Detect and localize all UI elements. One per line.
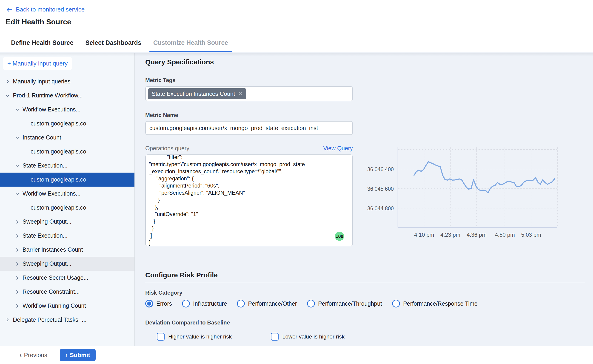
tab-bar: Define Health Source Select Dashboards C…	[0, 33, 593, 52]
back-link[interactable]: Back to monitored service	[16, 6, 85, 13]
chevron-right-icon	[15, 289, 20, 294]
tree-item-label: Sweeping Output...	[23, 218, 72, 225]
chevron-down-icon	[15, 163, 20, 168]
tree-item-label: State Execution...	[23, 232, 68, 239]
tree-item[interactable]: custom.googleapis.co	[0, 144, 134, 159]
tree-item[interactable]: Manually input queries	[0, 74, 134, 89]
tree-item[interactable]: Workflow Executions...	[0, 187, 134, 201]
checkbox-icon	[157, 333, 165, 341]
chevron-left-icon: ‹	[20, 352, 22, 358]
chevron-right-icon: ›	[65, 352, 67, 358]
checkbox-lower-value[interactable]: Lower value is higher risk	[271, 333, 345, 341]
tree-item-label: Workflow Executions...	[23, 190, 80, 197]
metric-name-label: Metric Name	[145, 112, 585, 118]
chevron-right-icon	[15, 219, 20, 224]
sidebar-tree: Manually input queriesProd-1 Runtime Wor…	[0, 74, 134, 327]
chevron-right-icon	[5, 79, 10, 84]
tree-item[interactable]: Prod-1 Runtime Workflow...	[0, 89, 134, 103]
radio-infrastructure[interactable]: Infrastructure	[182, 300, 227, 307]
header: Back to monitored service Edit Health So…	[0, 0, 593, 33]
tree-item-label: Instance Count	[23, 134, 61, 141]
section-divider	[145, 283, 585, 283]
view-query-link[interactable]: View Query	[323, 145, 353, 152]
chevron-right-icon	[15, 275, 20, 280]
svg-text:4:36 pm: 4:36 pm	[467, 232, 487, 238]
tree-item[interactable]: Sweeping Output...	[0, 215, 134, 229]
radio-icon	[392, 300, 400, 307]
metric-tag-chip-label: State Execution Instances Count	[152, 91, 235, 97]
svg-text:36 046 400: 36 046 400	[367, 166, 394, 172]
risk-category-label: Risk Category	[145, 290, 585, 296]
radio-icon	[307, 300, 315, 307]
tree-item-label: custom.googleapis.co	[31, 120, 87, 127]
edit-health-source-page: Back to monitored service Edit Health So…	[0, 0, 593, 364]
sidebar: + Manually input query Manually input qu…	[0, 53, 135, 346]
previous-button[interactable]: ‹ Previous	[20, 351, 47, 359]
page-title: Edit Health Source	[0, 13, 593, 26]
back-arrow-icon[interactable]	[6, 6, 13, 13]
tree-item-label: Manually input queries	[13, 78, 70, 85]
tab-customize-health-source[interactable]: Customize Health Source	[153, 33, 228, 52]
tree-item-label: Sweeping Output...	[23, 260, 72, 267]
tree-item[interactable]: Workflow Executions...	[0, 103, 134, 117]
radio-icon	[237, 300, 245, 307]
risk-category-radio-group: Errors Infrastructure Performance/Other …	[145, 300, 585, 307]
chevron-right-icon	[15, 303, 20, 308]
tree-item[interactable]: State Execution...	[0, 159, 134, 173]
tab-select-dashboards[interactable]: Select Dashboards	[85, 33, 141, 52]
metric-tag-chip: State Execution Instances Count ✕	[148, 88, 246, 99]
tree-item[interactable]: Instance Count	[0, 130, 134, 144]
tree-item-label: Resource Constraint...	[23, 288, 80, 295]
chevron-right-icon	[5, 317, 10, 322]
chevron-right-icon	[15, 233, 20, 238]
svg-text:36 045 600: 36 045 600	[367, 186, 394, 192]
chevron-down-icon	[5, 93, 10, 98]
radio-performance-other[interactable]: Performance/Other	[237, 300, 297, 307]
footer: ‹ Previous › Submit	[0, 346, 593, 364]
tree-item[interactable]: custom.googleapis.co	[0, 173, 134, 187]
records-count-badge: 100	[335, 232, 344, 241]
tree-item[interactable]: custom.googleapis.co	[0, 117, 134, 130]
checkbox-icon	[271, 333, 279, 341]
tree-item[interactable]: Resource Constraint...	[0, 285, 134, 299]
operations-query-label: Operations query	[145, 145, 189, 152]
chip-close-icon[interactable]: ✕	[238, 91, 242, 97]
metric-tags-label: Metric Tags	[145, 77, 585, 83]
tree-item[interactable]: custom.googleapis.co	[0, 201, 134, 215]
chevron-down-icon	[15, 191, 20, 196]
svg-text:4:23 pm: 4:23 pm	[440, 232, 460, 238]
chevron-down-icon	[15, 135, 20, 140]
tree-item[interactable]: Sweeping Output...	[0, 257, 134, 271]
tree-item-label: custom.googleapis.co	[31, 204, 87, 211]
tree-item[interactable]: Delegate Perpetual Tasks -...	[0, 313, 134, 327]
checkbox-higher-value[interactable]: Higher value is higher risk	[157, 333, 232, 341]
operations-query-editor[interactable]: "filter": "metric.type=\"custom.googleap…	[145, 154, 353, 246]
manually-input-query-button[interactable]: + Manually input query	[3, 57, 72, 70]
submit-button[interactable]: › Submit	[60, 349, 95, 361]
tree-item[interactable]: Barrier Instances Count	[0, 243, 134, 257]
operations-query-text: "filter": "metric.type=\"custom.googleap…	[149, 154, 349, 246]
radio-performance-response-time[interactable]: Performance/Response Time	[392, 300, 478, 307]
tree-item[interactable]: State Execution...	[0, 229, 134, 243]
metric-name-input[interactable]: custom.googleapis.com/user/x_mongo_prod_…	[145, 121, 353, 135]
chevron-down-icon	[15, 107, 20, 112]
metric-preview-chart: 36 044 80036 045 60036 046 4004:10 pm4:2…	[358, 144, 586, 240]
tree-item-label: Prod-1 Runtime Workflow...	[13, 92, 83, 99]
tree-item-label: Resource Secret Usage...	[23, 274, 88, 281]
radio-icon	[145, 300, 153, 307]
deviation-label: Deviation Compared to Baseline	[145, 319, 585, 326]
metric-tags-input[interactable]: State Execution Instances Count ✕	[145, 86, 353, 101]
tree-item-label: custom.googleapis.co	[31, 148, 87, 155]
svg-text:5:03 pm: 5:03 pm	[521, 232, 541, 238]
tree-item[interactable]: Workflow Running Count	[0, 299, 134, 313]
main-content: Query Specifications Metric Tags State E…	[135, 53, 593, 346]
configure-risk-profile-title: Configure Risk Profile	[145, 271, 585, 279]
tab-define-health-source[interactable]: Define Health Source	[11, 33, 73, 52]
chevron-right-icon	[15, 247, 20, 252]
svg-text:4:10 pm: 4:10 pm	[414, 232, 434, 238]
tree-item[interactable]: Resource Secret Usage...	[0, 271, 134, 285]
section-divider	[145, 70, 585, 70]
tree-item-label: Barrier Instances Count	[23, 246, 83, 253]
radio-errors[interactable]: Errors	[145, 300, 172, 307]
radio-performance-throughput[interactable]: Performance/Throughput	[307, 300, 382, 307]
